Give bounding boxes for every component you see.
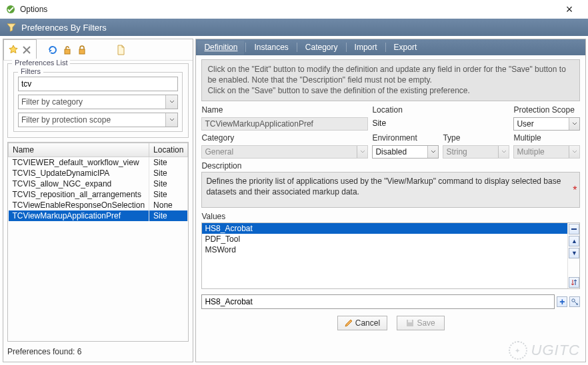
list-item[interactable]: MSWord bbox=[202, 244, 579, 255]
toolbar-tab-new[interactable] bbox=[3, 39, 37, 60]
filter-scope-placeholder: Filter by protection scope bbox=[21, 115, 111, 125]
tabs: Definition Instances Category Import Exp… bbox=[196, 39, 585, 55]
tab-import[interactable]: Import bbox=[348, 41, 384, 55]
definition-panel: Definition Instances Category Import Exp… bbox=[195, 39, 586, 362]
preferences-table[interactable]: Name Location TCVIEWER_default_workflow_… bbox=[7, 142, 189, 342]
definition-form: Name Location Protection Scope TCViewMar… bbox=[196, 105, 585, 159]
list-item[interactable]: HS8_Acrobat bbox=[202, 223, 579, 234]
page-header: Preferences By Filters bbox=[0, 19, 588, 36]
name-label: Name bbox=[201, 105, 368, 115]
category-label: Category bbox=[201, 133, 368, 143]
save-button: Save bbox=[397, 316, 445, 330]
tab-instances[interactable]: Instances bbox=[247, 41, 295, 55]
tab-definition[interactable]: Definition bbox=[197, 41, 244, 55]
value-input-row: + bbox=[201, 294, 580, 309]
name-field: TCViewMarkupApplicationPref bbox=[201, 117, 368, 131]
values-label: Values bbox=[196, 209, 585, 221]
tab-category[interactable]: Category bbox=[299, 41, 345, 55]
delete-icon bbox=[21, 45, 32, 55]
chevron-down-icon bbox=[569, 146, 579, 158]
hint-line-1: Click on the "Edit" button to modify the… bbox=[207, 64, 574, 85]
table-row[interactable]: TCViewEnableResponseOnSelectionNone bbox=[9, 200, 188, 210]
filter-icon bbox=[7, 23, 16, 32]
col-name[interactable]: Name bbox=[9, 143, 149, 157]
hint-box: Click on the "Edit" button to modify the… bbox=[201, 59, 580, 101]
filters-group: Filters Filter by category Filter by pro… bbox=[13, 72, 183, 132]
location-label: Location bbox=[372, 105, 509, 115]
window-close-button[interactable]: × bbox=[556, 3, 583, 17]
svg-rect-1 bbox=[65, 49, 70, 54]
app-icon bbox=[5, 4, 16, 15]
multi-field: Multiple bbox=[513, 145, 580, 159]
table-row[interactable]: TCViewMarkupApplicationPrefSite bbox=[9, 210, 188, 221]
save-icon bbox=[406, 319, 414, 327]
document-icon[interactable] bbox=[115, 45, 126, 55]
page-title: Preferences By Filters bbox=[21, 23, 107, 33]
filter-category-combo[interactable]: Filter by category bbox=[18, 95, 178, 109]
chevron-down-icon bbox=[165, 95, 177, 109]
location-value: Site bbox=[372, 117, 509, 128]
preferences-legend: Preferences List bbox=[12, 59, 70, 67]
values-side-buttons: ▲ ▼ bbox=[567, 223, 579, 288]
svg-rect-3 bbox=[571, 228, 577, 230]
env-combo[interactable]: Disabled bbox=[372, 145, 439, 159]
chevron-down-icon bbox=[498, 146, 509, 158]
type-label: Type bbox=[443, 133, 509, 143]
chevron-down-icon bbox=[357, 146, 367, 158]
table-row[interactable]: TCVIS_reposition_all_arrangementsSite bbox=[9, 189, 188, 200]
list-item[interactable]: PDF_Tool bbox=[202, 234, 579, 244]
dialog-buttons: Cancel Save bbox=[196, 310, 585, 332]
value-key-button[interactable] bbox=[569, 296, 580, 307]
filter-category-placeholder: Filter by category bbox=[21, 97, 83, 107]
preferences-list-group: Preferences List Filters Filter by categ… bbox=[7, 63, 189, 138]
table-row[interactable]: TCVIS_allow_NGC_expandSite bbox=[9, 179, 188, 189]
value-sort-button[interactable] bbox=[569, 277, 579, 288]
svg-rect-6 bbox=[408, 320, 412, 322]
required-asterisk-icon: * bbox=[573, 183, 577, 198]
preferences-count: Preferences found: 6 bbox=[3, 343, 193, 362]
left-toolbar bbox=[3, 39, 193, 61]
pencil-icon bbox=[345, 319, 353, 327]
table-row[interactable]: TCVIEWER_default_workflow_viewSite bbox=[9, 157, 188, 169]
window-title: Options bbox=[20, 5, 556, 14]
window-titlebar: Options × bbox=[0, 0, 588, 19]
filters-legend: Filters bbox=[18, 67, 43, 75]
chevron-down-icon bbox=[569, 118, 579, 130]
preferences-panel: Preferences List Filters Filter by categ… bbox=[3, 39, 193, 362]
env-label: Environment bbox=[372, 133, 439, 143]
toolbar-tab-locks bbox=[43, 39, 91, 60]
chevron-down-icon bbox=[165, 113, 177, 127]
tab-export[interactable]: Export bbox=[387, 41, 424, 55]
cancel-button[interactable]: Cancel bbox=[337, 316, 387, 330]
filter-text-input[interactable] bbox=[18, 77, 178, 91]
multi-label: Multiple bbox=[513, 133, 580, 143]
col-location[interactable]: Location bbox=[149, 143, 188, 157]
value-input[interactable] bbox=[201, 294, 555, 309]
value-add-button[interactable]: + bbox=[557, 296, 567, 307]
values-list[interactable]: HS8_AcrobatPDF_ToolMSWord ▲ ▼ bbox=[201, 222, 580, 289]
description-field: Defines the priority list of application… bbox=[201, 172, 580, 208]
table-row[interactable]: TCVIS_UpdateDynamicIPASite bbox=[9, 168, 188, 179]
star-new-icon bbox=[8, 45, 19, 55]
description-label: Description bbox=[196, 159, 585, 171]
filter-scope-combo[interactable]: Filter by protection scope bbox=[18, 113, 178, 127]
chevron-down-icon bbox=[427, 146, 438, 158]
value-up-button[interactable]: ▲ bbox=[569, 236, 579, 246]
refresh-icon[interactable] bbox=[47, 45, 58, 55]
lock-open-icon[interactable] bbox=[62, 45, 73, 55]
svg-rect-2 bbox=[79, 49, 85, 54]
hint-line-2: Click on the "Save" button to save the d… bbox=[207, 85, 574, 96]
type-field: String bbox=[443, 145, 509, 159]
toolbar-tab-doc bbox=[111, 39, 130, 60]
value-remove-button[interactable] bbox=[569, 224, 579, 234]
scope-label: Protection Scope bbox=[513, 105, 580, 115]
category-field: General bbox=[201, 145, 368, 159]
scope-combo[interactable]: User bbox=[513, 117, 580, 131]
lock-closed-icon[interactable] bbox=[77, 45, 87, 55]
value-down-button[interactable]: ▼ bbox=[569, 248, 579, 258]
